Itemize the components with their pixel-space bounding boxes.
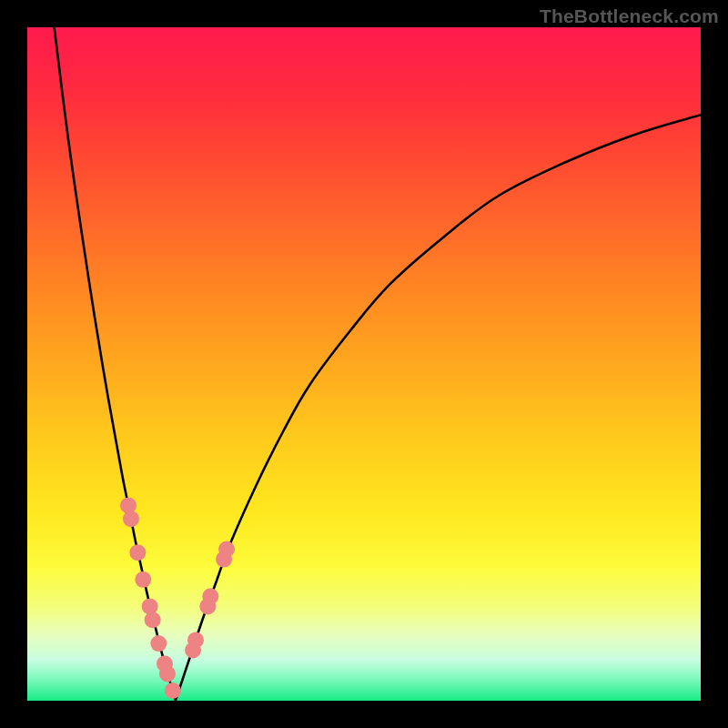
watermark-text: TheBottleneck.com [540, 5, 719, 27]
data-marker [120, 497, 136, 513]
data-marker [218, 541, 235, 558]
data-marker [135, 571, 151, 588]
marker-group [120, 497, 235, 699]
chart-container: TheBottleneck.com [0, 0, 728, 728]
data-marker [159, 665, 176, 682]
left-curve [55, 27, 176, 701]
data-marker [187, 632, 204, 648]
right-curve [176, 115, 701, 701]
data-marker [142, 598, 158, 614]
data-marker [165, 682, 181, 699]
plot-area [27, 27, 701, 701]
data-marker [129, 544, 146, 561]
chart-svg [27, 27, 701, 701]
data-marker [145, 612, 161, 628]
data-marker [150, 635, 167, 652]
data-marker [202, 588, 218, 604]
data-marker [123, 511, 139, 527]
